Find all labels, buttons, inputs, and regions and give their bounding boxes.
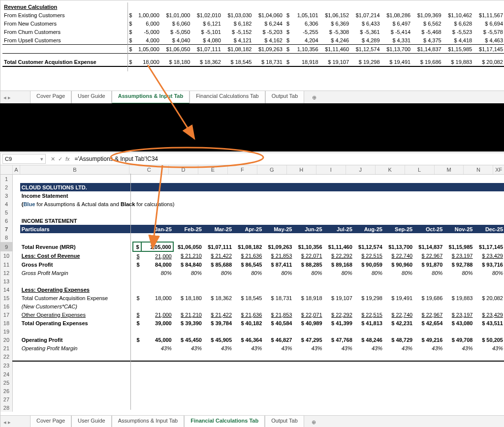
cancel-icon[interactable]: ✕	[51, 156, 55, 162]
formula-input[interactable]: ='Assumptions & Input Tab'!C34	[73, 155, 504, 162]
tab-nav-arrows[interactable]: ◂ ▸	[3, 91, 11, 104]
fx-icon[interactable]: fx	[65, 156, 70, 162]
tab-user-guide[interactable]: User Guide	[71, 416, 112, 427]
assumptions-pane: Revenue Calculation From Existing Custom…	[0, 0, 504, 104]
tab-financial-calc[interactable]: Financial Calculations Tab	[189, 91, 265, 104]
table-row: 15 Total Customer Acquisition Expense $1…	[0, 294, 504, 302]
accept-icon[interactable]: ✓	[58, 156, 63, 162]
formula-bar: C9▾ ✕ ✓ fx ='Assumptions & Input Tab'!C3…	[0, 153, 504, 165]
tab-output[interactable]: Output Tab	[265, 91, 305, 104]
tab-financial-calc[interactable]: Financial Calculations Tab	[184, 416, 265, 427]
sheet-tabbar-bottom: ◂ ▸ Cover Page User Guide Assumptions & …	[0, 415, 504, 427]
table-header: 7 Particulars Jan-25 Feb-25Mar-25Apr-25M…	[0, 225, 504, 233]
tab-assumptions[interactable]: Assumptions & Input Tab	[112, 416, 184, 427]
legend: (Blue for Assumptions & Actual data and …	[20, 200, 504, 208]
tab-cover-page[interactable]: Cover Page	[30, 91, 71, 104]
sheet-tabbar-top: ◂ ▸ Cover Page User Guide Assumptions & …	[0, 91, 504, 104]
table-row: 20 Operating Profit $45,000 $ 45,450$ 45…	[0, 336, 504, 344]
add-sheet-button[interactable]: ⊕	[307, 416, 321, 427]
financial-calc-pane: C9▾ ✕ ✓ fx ='Assumptions & Input Tab'!C3…	[0, 152, 504, 427]
table-row: 17 Other Operating Expenses $21,000 $ 21…	[0, 310, 504, 319]
name-box[interactable]: C9▾	[2, 154, 46, 164]
table-row: 12 Gross Profit Margin 80%80%80%80%80%80…	[0, 269, 504, 277]
chevron-down-icon[interactable]: ▾	[40, 156, 43, 162]
table-row: From Existing Customers $1,00,000 $1,01,…	[0, 11, 504, 19]
section-income-stmt: INCOME STATEMENT	[20, 216, 504, 225]
table-row: $1,05,000 $1,06,050$1,07,111$1,08,182$1,…	[0, 45, 504, 54]
tab-nav-arrows[interactable]: ◂ ▸	[3, 416, 11, 427]
table-row: From Upsell Customers $4,000 $ 4,040$ 4,…	[0, 36, 504, 45]
table-row: 9 Total Revenue (MRR) $1,05,000 $1,06,05…	[0, 242, 504, 251]
table-row: 11 Gross Profit $84,000 $ 84,840$ 85,688…	[0, 260, 504, 269]
tab-output[interactable]: Output Tab	[265, 416, 304, 427]
section-title: Revenue Calculation	[2, 2, 126, 11]
table-row: Total Customer Acquistion Expense $18,00…	[0, 58, 504, 66]
tab-user-guide[interactable]: User Guide	[71, 91, 112, 104]
company-title: CLOUD SOLUTIONS LTD.	[20, 183, 504, 191]
column-headers: A B C D E F G H I J K L M N XF	[0, 165, 504, 175]
table-row: From New Customers $6,000 $ 6,060$ 6,121…	[0, 19, 504, 28]
table-row: 18 Total Operating Expenses $39,000 $ 39…	[0, 319, 504, 327]
subtitle: Income Statement	[20, 191, 504, 200]
selected-cell[interactable]: 1,05,000	[141, 242, 173, 251]
separator	[0, 103, 504, 152]
table-row: 21 Operating Profit Margin 43%43%43%43%4…	[0, 344, 504, 352]
table-row: From Churn Customers $-5,000 $ -5,050$ -…	[0, 28, 504, 36]
add-sheet-button[interactable]: ⊕	[307, 91, 321, 104]
tab-assumptions[interactable]: Assumptions & Input Tab	[112, 91, 189, 104]
table-row: 10 Less: Cost of Revenue $21,000 $ 21,21…	[0, 251, 504, 260]
tab-cover-page[interactable]: Cover Page	[30, 416, 71, 427]
